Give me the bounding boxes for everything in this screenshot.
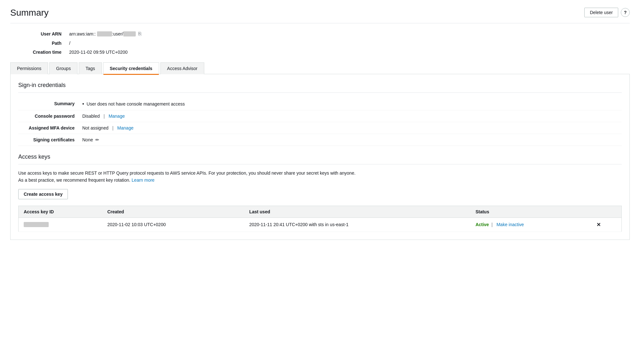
user-arn-label: User ARN <box>10 31 61 36</box>
tabs-list: Permissions Groups Tags Security credent… <box>10 62 630 74</box>
mfa-label: Assigned MFA device <box>18 125 82 131</box>
console-password-value: Disabled | Manage <box>82 114 125 119</box>
console-password-status: Disabled <box>82 114 100 119</box>
access-keys-description: Use access keys to make secure REST or H… <box>18 170 622 184</box>
tab-content: Sign-in credentials Summary User does no… <box>10 74 630 240</box>
path-row: Path / <box>10 41 630 46</box>
credentials-grid: Summary User does not have console manag… <box>18 98 622 146</box>
tab-groups[interactable]: Groups <box>49 62 77 74</box>
edit-signing-certs-icon[interactable]: ✏ <box>95 137 99 142</box>
tab-security-credentials[interactable]: Security credentials <box>103 62 159 74</box>
sign-in-credentials-section: Sign-in credentials Summary User does no… <box>18 82 622 146</box>
cell-access-key-id <box>19 218 102 232</box>
status-active-badge: Active <box>475 222 489 227</box>
summary-cred-value: User does not have console management ac… <box>82 101 185 107</box>
mfa-manage-link[interactable]: Manage <box>117 125 134 131</box>
page-container: Summary Delete user ? User ARN arn:aws:i… <box>0 0 640 248</box>
delete-key-icon[interactable]: ✕ <box>596 222 601 227</box>
signing-certs-value: None ✏ <box>82 137 99 142</box>
mfa-row: Assigned MFA device Not assigned | Manag… <box>18 122 622 134</box>
account-id-blurred <box>97 31 112 36</box>
help-button[interactable]: ? <box>621 8 630 17</box>
cell-created: 2020-11-02 10:03 UTC+0200 <box>102 218 244 232</box>
access-keys-title: Access keys <box>18 154 622 164</box>
cell-last-used: 2020-11-11 20:41 UTC+0200 with sts in us… <box>244 218 470 232</box>
creation-time-row: Creation time 2020-11-02 09:59 UTC+0200 <box>10 50 630 55</box>
console-password-separator: | <box>103 114 105 119</box>
username-blurred <box>123 31 136 36</box>
tabs-container: Permissions Groups Tags Security credent… <box>10 62 630 74</box>
access-keys-table: Access key ID Created Last used Status <box>18 206 622 232</box>
access-key-id-blurred <box>24 222 49 227</box>
col-status: Status <box>470 206 591 218</box>
col-access-key-id: Access key ID <box>19 206 102 218</box>
col-last-used: Last used <box>244 206 470 218</box>
mfa-value: Not assigned | Manage <box>82 125 134 131</box>
page-header: Summary Delete user ? <box>10 8 630 23</box>
path-value: / <box>69 41 70 46</box>
console-password-row: Console password Disabled | Manage <box>18 110 622 122</box>
delete-user-button[interactable]: Delete user <box>584 8 618 17</box>
learn-more-link[interactable]: Learn more <box>132 178 155 183</box>
cell-status: Active | Make inactive <box>470 218 591 232</box>
signing-certs-row: Signing certificates None ✏ <box>18 134 622 146</box>
access-keys-table-header: Access key ID Created Last used Status <box>19 206 622 218</box>
summary-row-cred: Summary User does not have console manag… <box>18 98 622 110</box>
signing-certs-label: Signing certificates <box>18 137 82 142</box>
col-actions <box>591 206 621 218</box>
summary-cred-label: Summary <box>18 101 82 106</box>
user-arn-row: User ARN arn:aws:iam:: :user/ ⎘ <box>10 31 630 37</box>
access-keys-description-text1: Use access keys to make secure REST or H… <box>18 170 355 176</box>
console-password-manage-link[interactable]: Manage <box>109 114 125 119</box>
signing-certs-text: None <box>82 137 93 142</box>
status-separator: | <box>490 222 493 227</box>
summary-section: User ARN arn:aws:iam:: :user/ ⎘ Path / C… <box>10 31 630 55</box>
table-row: 2020-11-02 10:03 UTC+0200 2020-11-11 20:… <box>19 218 622 232</box>
user-arn-text: arn:aws:iam:: :user/ <box>69 31 136 36</box>
sign-in-credentials-title: Sign-in credentials <box>18 82 622 93</box>
mfa-status: Not assigned <box>82 125 109 131</box>
cell-delete: ✕ <box>591 218 621 232</box>
creation-time-label: Creation time <box>10 50 61 55</box>
summary-bullet-text: User does not have console management ac… <box>82 101 185 107</box>
col-created: Created <box>102 206 244 218</box>
user-arn-value: arn:aws:iam:: :user/ ⎘ <box>69 31 142 37</box>
status-cell: Active | Make inactive <box>475 222 586 227</box>
header-actions: Delete user ? <box>584 8 630 17</box>
mfa-separator: | <box>112 125 114 131</box>
tab-tags[interactable]: Tags <box>79 62 102 74</box>
access-keys-description-text2: As a best practice, we recommend frequen… <box>18 178 130 183</box>
access-keys-section: Access keys Use access keys to make secu… <box>18 154 622 232</box>
make-inactive-link[interactable]: Make inactive <box>497 222 524 227</box>
create-access-key-button[interactable]: Create access key <box>18 189 68 199</box>
console-password-label: Console password <box>18 114 82 119</box>
copy-arn-icon[interactable]: ⎘ <box>138 31 142 37</box>
tab-permissions[interactable]: Permissions <box>10 62 48 74</box>
table-header-row: Access key ID Created Last used Status <box>19 206 622 218</box>
tab-access-advisor[interactable]: Access Advisor <box>160 62 204 74</box>
creation-time-value: 2020-11-02 09:59 UTC+0200 <box>69 50 128 55</box>
access-keys-table-body: 2020-11-02 10:03 UTC+0200 2020-11-11 20:… <box>19 218 622 232</box>
path-label: Path <box>10 41 61 46</box>
page-title: Summary <box>10 8 49 18</box>
